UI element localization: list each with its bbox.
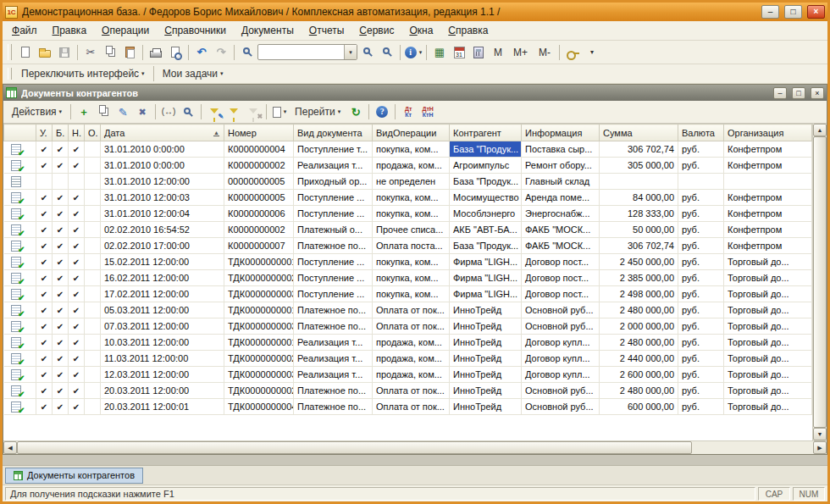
cell-currency[interactable]: руб. (678, 190, 724, 206)
cell-info[interactable]: Основной руб... (522, 383, 600, 399)
table-row[interactable]: ✔✔✔12.03.2011 12:00:00ТДК0000000003Реали… (4, 367, 812, 383)
cell-doctype[interactable]: Реализация т... (294, 158, 373, 174)
cell-date[interactable]: 31.01.2010 12:00:03 (101, 190, 224, 206)
cell-number[interactable]: К0000000006 (224, 206, 294, 222)
cell-date[interactable]: 20.03.2011 12:00:01 (101, 399, 224, 415)
print-icon[interactable] (147, 43, 165, 62)
cell-info[interactable]: ФАКБ "МОСК... (522, 238, 600, 254)
add-icon[interactable]: + (75, 102, 93, 121)
search-combobox[interactable]: ▾ (257, 44, 357, 60)
cell-number[interactable]: ТДК0000000001 (224, 302, 294, 318)
cell-info[interactable]: Аренда поме... (522, 190, 600, 206)
copy-icon[interactable] (101, 43, 119, 62)
cell-info[interactable]: Договор купл... (522, 367, 600, 383)
table-row[interactable]: ✔✔✔31.01.2010 12:00:03К0000000005Поступл… (4, 190, 812, 206)
cell-number[interactable]: ТДК0000000002 (224, 270, 294, 286)
cell-doctype[interactable]: Реализация т... (294, 367, 373, 383)
maximize-button[interactable]: □ (784, 5, 802, 19)
cell-optype[interactable]: Оплата от пок... (373, 302, 450, 318)
cell-date[interactable]: 31.01.2010 0:00:00 (101, 158, 224, 174)
my-tasks-button[interactable]: Мои задачи▾ (158, 64, 229, 83)
cell-doctype[interactable]: Поступление ... (294, 190, 373, 206)
toolbar-options-icon[interactable]: ▾ (583, 43, 601, 62)
cell-date[interactable]: 12.03.2011 12:00:00 (101, 367, 224, 383)
temp-lock-icon[interactable] (563, 43, 582, 62)
menu-item[interactable]: Окна (402, 23, 440, 38)
cell-currency[interactable]: руб. (678, 318, 724, 335)
cell-sum[interactable]: 2 440 000,00 (600, 351, 678, 367)
column-header-b[interactable]: Б. (53, 125, 69, 141)
menu-item[interactable]: Справка (441, 23, 495, 38)
cell-currency[interactable] (678, 174, 724, 190)
cell-sum[interactable]: 2 480 000,00 (600, 383, 678, 399)
cell-sum[interactable]: 2 450 000,00 (600, 254, 678, 270)
cell-contragent[interactable]: Фирма "LIGH... (450, 254, 522, 270)
cell-date[interactable]: 02.02.2010 16:54:52 (101, 222, 224, 238)
child-close-button[interactable]: × (811, 87, 824, 99)
find-icon[interactable] (358, 43, 377, 62)
cell-doctype[interactable]: Поступление т... (294, 141, 373, 158)
cell-info[interactable]: Энергоснабж... (522, 206, 600, 222)
minimize-button[interactable]: – (761, 5, 779, 19)
cell-date[interactable]: 31.01.2010 12:00:04 (101, 206, 224, 222)
find-next-icon[interactable] (378, 43, 396, 62)
cell-contragent[interactable]: База "Продук... (450, 174, 522, 190)
vertical-scrollbar-thumb[interactable] (813, 136, 827, 428)
cell-org[interactable]: Торговый до... (724, 383, 812, 399)
cell-date[interactable]: 05.03.2011 12:00:00 (101, 302, 224, 318)
cell-org[interactable]: Конфетпром (724, 238, 812, 254)
output-list-icon[interactable]: ▾ (270, 102, 289, 121)
cell-contragent[interactable]: База "Продук... (450, 141, 522, 158)
cell-optype[interactable]: Оплата от пок... (373, 399, 450, 415)
cell-org[interactable]: Конфетпром (724, 222, 812, 238)
cell-date[interactable]: 20.03.2011 12:00:00 (101, 383, 224, 399)
column-header-optype[interactable]: ВидОперации (373, 125, 450, 141)
cell-org[interactable]: Торговый до... (724, 351, 812, 367)
cell-currency[interactable]: руб. (678, 206, 724, 222)
cell-info[interactable]: Основной руб... (522, 399, 600, 415)
cell-doctype[interactable]: Платежное по... (294, 318, 373, 335)
table-row[interactable]: ✔✔✔31.01.2010 0:00:00К0000000002Реализац… (4, 158, 812, 174)
cell-currency[interactable]: руб. (678, 238, 724, 254)
menu-item[interactable]: Правка (46, 23, 94, 38)
cell-optype[interactable]: покупка, ком... (373, 254, 450, 270)
table-board-icon[interactable]: ▦ (430, 43, 449, 62)
cell-optype[interactable]: продажа, ком... (373, 351, 450, 367)
cell-info[interactable]: Поставка сыр... (522, 141, 600, 158)
cell-currency[interactable]: руб. (678, 383, 724, 399)
cell-optype[interactable]: Прочее списа... (373, 222, 450, 238)
cell-doctype[interactable]: Поступление ... (294, 286, 373, 302)
column-header-sum[interactable]: Сумма (600, 125, 678, 141)
scroll-down-icon[interactable] (813, 428, 827, 440)
table-row[interactable]: ✔✔✔31.01.2010 0:00:00К0000000004Поступле… (4, 141, 812, 158)
cell-sum[interactable]: 305 000,00 (600, 158, 678, 174)
cell-currency[interactable]: руб. (678, 335, 724, 351)
cell-contragent[interactable]: ИнноТрейд (450, 383, 522, 399)
table-row[interactable]: ✔✔✔05.03.2011 12:00:00ТДК0000000001Плате… (4, 302, 812, 318)
child-restore-button[interactable]: □ (792, 87, 805, 99)
column-header-u[interactable]: У. (36, 125, 53, 141)
cell-org[interactable]: Торговый до... (724, 335, 812, 351)
cell-contragent[interactable]: АКБ "АВТ-БА... (450, 222, 522, 238)
table-row[interactable]: ✔✔✔20.03.2011 12:00:00ТДК0000000002Плате… (4, 383, 812, 399)
cell-info[interactable]: Главный склад (522, 174, 600, 190)
cell-number[interactable]: ТДК0000000004 (224, 399, 294, 415)
cell-contragent[interactable]: Фирма "LIGH... (450, 270, 522, 286)
title-bar[interactable]: 1С Демонстрационная база. / Федоров Бори… (3, 3, 827, 21)
child-minimize-button[interactable]: – (773, 87, 787, 99)
cell-sum[interactable]: 600 000,00 (600, 399, 678, 415)
cell-sum[interactable]: 2 385 000,00 (600, 270, 678, 286)
table-row[interactable]: ✔✔✔31.01.2010 12:00:04К0000000006Поступл… (4, 206, 812, 222)
cell-optype[interactable]: Оплата от пок... (373, 318, 450, 335)
cell-optype[interactable]: продажа, ком... (373, 335, 450, 351)
save-icon[interactable] (55, 43, 74, 62)
cell-org[interactable]: Торговый до... (724, 367, 812, 383)
cell-org[interactable]: Торговый до... (724, 399, 812, 415)
cell-sum[interactable]: 50 000,00 (600, 222, 678, 238)
cell-number[interactable]: К0000000007 (224, 238, 294, 254)
cell-currency[interactable]: руб. (678, 367, 724, 383)
window-tab-documents[interactable]: Документы контрагентов (5, 468, 143, 484)
menu-item[interactable]: Операции (95, 23, 156, 38)
cell-doctype[interactable]: Платежное по... (294, 399, 373, 415)
menu-item[interactable]: Файл (5, 23, 44, 38)
